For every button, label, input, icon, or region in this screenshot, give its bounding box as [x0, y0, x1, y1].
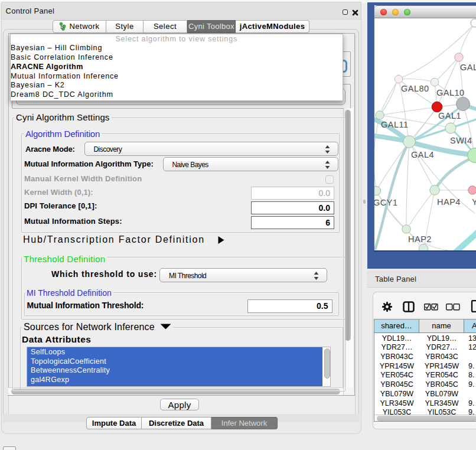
svg-text:HAP4: HAP4	[437, 197, 461, 207]
svg-text:GAL1: GAL1	[438, 111, 461, 120]
svg-text:GAL10: GAL10	[436, 88, 465, 97]
svg-text:GCY1: GCY1	[374, 198, 398, 207]
svg-text:SWI4: SWI4	[450, 136, 472, 145]
svg-text:Y: Y	[472, 197, 476, 207]
svg-text:GAL4: GAL4	[411, 150, 434, 159]
svg-text:GAL80: GAL80	[401, 84, 429, 93]
svg-text:GAL11: GAL11	[381, 120, 409, 129]
svg-text:HAP2: HAP2	[408, 234, 432, 244]
svg-text:GAL7: GAL7	[460, 63, 476, 72]
